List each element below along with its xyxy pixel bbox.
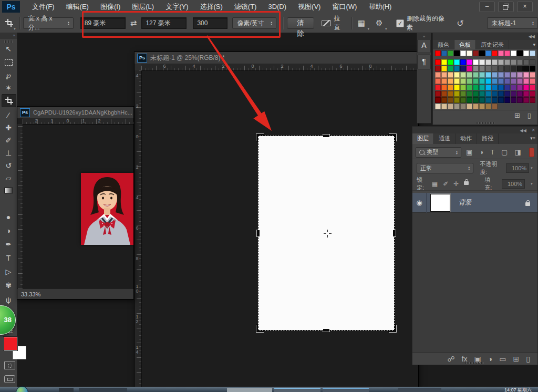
layer-thumbnail[interactable] xyxy=(430,194,450,212)
swatch[interactable] xyxy=(492,59,498,65)
screen-mode-icon[interactable] xyxy=(4,375,15,383)
swatch[interactable] xyxy=(467,50,472,56)
filter-adjustment-layers-icon[interactable]: ◑ xyxy=(479,147,483,158)
lock-image-icon[interactable]: ✐ xyxy=(443,179,448,189)
doc2-title-bar[interactable]: Ps CgAPDU-U1926xy1DAANgKbgbhHc... xyxy=(17,107,133,119)
start-button[interactable] xyxy=(16,386,28,392)
panel-tab[interactable]: 图层 xyxy=(412,133,434,144)
swatch[interactable] xyxy=(492,72,498,78)
swatch[interactable] xyxy=(517,72,523,78)
swatch[interactable] xyxy=(435,50,441,56)
layers-resize-grip[interactable] xyxy=(465,362,484,364)
crop-tool-icon[interactable] xyxy=(2,94,16,107)
swatch[interactable] xyxy=(485,50,491,56)
opacity-arrow-icon[interactable]: ▼ xyxy=(530,167,533,170)
id-photo-image[interactable] xyxy=(81,173,133,245)
swatch[interactable] xyxy=(498,66,504,71)
crop-ratio-preset-dropdown[interactable]: 宽 x 高 x 分... xyxy=(23,17,73,29)
swatch[interactable] xyxy=(530,97,535,103)
blur-tool-icon[interactable]: ● xyxy=(2,211,15,223)
layers-collapse-icon[interactable]: ◀◀ xyxy=(520,128,526,133)
crop-handle-bottom-left[interactable] xyxy=(256,324,264,332)
swatch[interactable] xyxy=(479,50,485,56)
dodge-tool-icon[interactable]: ◑ xyxy=(2,224,15,236)
swatch[interactable] xyxy=(460,66,466,71)
swatch[interactable] xyxy=(517,59,523,65)
swatch[interactable] xyxy=(479,91,485,97)
menubar-item[interactable]: 图层(L) xyxy=(126,0,160,14)
quick-mask-mode-icon[interactable] xyxy=(4,362,15,369)
swatch[interactable] xyxy=(467,78,472,84)
swatch[interactable] xyxy=(498,50,504,56)
swatch[interactable] xyxy=(511,50,516,56)
swatch[interactable] xyxy=(467,66,472,71)
lock-all-icon[interactable] xyxy=(464,181,469,185)
swatch[interactable] xyxy=(530,78,535,84)
menubar-item[interactable]: 文件(F) xyxy=(26,0,60,14)
swatch[interactable] xyxy=(485,78,491,84)
swatch[interactable] xyxy=(448,59,453,65)
hand-tool-icon[interactable]: ψ xyxy=(2,294,15,306)
taskbar-button[interactable] xyxy=(323,388,369,392)
background-layer-row[interactable]: ◉ 背景 xyxy=(412,193,537,213)
swatch[interactable] xyxy=(523,72,529,78)
swatch[interactable] xyxy=(498,91,504,97)
swatch[interactable] xyxy=(435,91,441,97)
swatch[interactable] xyxy=(511,59,516,65)
swatch[interactable] xyxy=(473,59,479,65)
swatch[interactable] xyxy=(485,85,491,90)
panel-tab[interactable]: 历史记录 xyxy=(476,40,509,49)
swatch[interactable] xyxy=(467,91,472,97)
swatch[interactable] xyxy=(498,97,504,103)
swatch[interactable] xyxy=(492,85,498,90)
spot-healing-brush-tool-icon[interactable]: ✚ xyxy=(2,121,15,133)
swatch[interactable] xyxy=(448,97,453,103)
delete-swatch-icon[interactable]: ▯ xyxy=(527,110,531,120)
swatch[interactable] xyxy=(448,50,453,56)
swatch[interactable] xyxy=(504,91,510,97)
swatch[interactable] xyxy=(454,66,460,71)
crop-handle-left[interactable] xyxy=(257,230,260,236)
swatch[interactable] xyxy=(454,91,460,97)
crop-height-input[interactable] xyxy=(141,17,187,29)
resolution-unit-dropdown[interactable]: 像素/英寸 xyxy=(232,17,276,29)
swatch[interactable] xyxy=(479,85,485,90)
eyedropper-tool-icon[interactable]: ∕ xyxy=(2,109,15,121)
rectangular-marquee-tool-icon[interactable] xyxy=(2,56,15,68)
straighten-label[interactable]: 拉直 xyxy=(334,14,346,32)
panel-tab[interactable]: 色板 xyxy=(454,40,476,49)
fill-arrow-icon[interactable]: ▼ xyxy=(530,182,533,185)
swatch[interactable] xyxy=(504,97,510,103)
swatch[interactable] xyxy=(479,72,485,78)
delete-layer-icon[interactable]: ▯ xyxy=(526,354,530,364)
swatch[interactable] xyxy=(441,50,447,56)
crop-settings-gear-icon[interactable]: ⚙ xyxy=(376,18,382,28)
delete-cropped-pixels-checkbox[interactable]: ✓ xyxy=(396,19,404,27)
move-tool-icon[interactable]: ↖ xyxy=(2,43,15,55)
document-preset-dropdown[interactable]: 未标题-1 xyxy=(487,17,538,29)
crop-preset-arrow-icon[interactable]: ▾ xyxy=(14,27,16,30)
swatch[interactable] xyxy=(460,104,466,109)
horizontal-type-tool-icon[interactable]: T xyxy=(2,252,15,264)
close-button[interactable]: × xyxy=(517,2,533,12)
swatch[interactable] xyxy=(473,66,479,71)
swatch[interactable] xyxy=(523,97,529,103)
lock-position-icon[interactable]: ✛ xyxy=(453,179,459,189)
swatch[interactable] xyxy=(473,104,479,109)
filter-shape-layers-icon[interactable]: ▢ xyxy=(501,147,508,158)
crop-handle-top-right[interactable] xyxy=(388,134,396,142)
swatch[interactable] xyxy=(479,104,485,109)
link-layers-icon[interactable]: ☍ xyxy=(448,354,455,364)
menubar-item[interactable]: 文字(Y) xyxy=(160,0,194,14)
swatch[interactable] xyxy=(473,50,479,56)
taskbar-button[interactable] xyxy=(59,388,74,392)
swatch[interactable] xyxy=(435,97,441,103)
crop-handle-bottom[interactable] xyxy=(323,329,329,332)
swatch[interactable] xyxy=(485,66,491,71)
eraser-tool-icon[interactable]: ▱ xyxy=(2,172,15,184)
paragraph-panel-icon[interactable]: ¶ xyxy=(417,55,431,69)
filter-smart-objects-icon[interactable]: ◨ xyxy=(514,147,521,158)
layer-filter-type-dropdown[interactable]: 类型 xyxy=(416,147,461,158)
swatch[interactable] xyxy=(517,66,523,71)
restore-button[interactable] xyxy=(498,2,514,12)
